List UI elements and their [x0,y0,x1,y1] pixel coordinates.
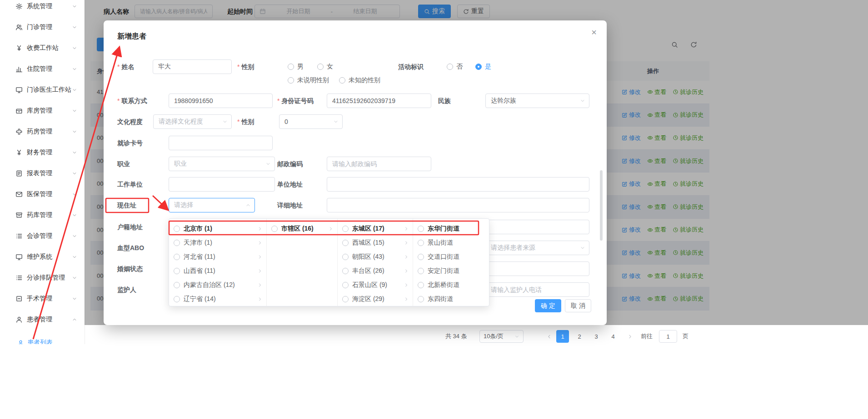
radio-icon[interactable] [342,268,349,274]
sidebar-item[interactable]: 维护系统 [0,246,85,267]
sidebar-item-label: 分诊排队管理 [27,274,72,282]
page-button[interactable]: 1 [556,330,569,343]
cascader-option[interactable]: 天津市 (1) [169,236,266,250]
ethnicity-select[interactable]: 达斡尔族 [485,94,589,108]
cascader-option-label: 山西省 (11) [184,267,254,275]
marital-row-input[interactable] [485,261,589,276]
patient-source-select[interactable]: 请选择患者来源 [485,241,589,255]
goto-page-input[interactable] [659,330,677,343]
sidebar-item[interactable]: 手术管理 [0,288,85,309]
radio-icon[interactable] [174,254,180,260]
radio-icon[interactable] [174,268,180,274]
cascader-option[interactable]: 东四街道 [413,292,489,306]
sidebar-item[interactable]: 门诊管理 [0,17,85,38]
unit-address-input[interactable] [327,177,589,192]
cascader-option[interactable]: 西城区 (15) [338,236,413,250]
page-button[interactable]: 3 [590,330,603,343]
contact-label: 联系方式 [117,94,147,108]
next-page-button[interactable] [624,330,636,343]
radio-icon[interactable] [342,282,349,288]
cascader-option[interactable]: 朝阳区 (43) [338,250,413,264]
cascader-option[interactable]: 东城区 (17) [338,222,413,236]
sidebar-item[interactable]: 报表管理 [0,163,85,184]
radio-icon[interactable] [342,296,349,302]
radio-icon[interactable] [271,226,278,232]
page-button[interactable]: 2 [573,330,586,343]
confirm-button[interactable]: 确 定 [535,299,561,312]
gender-radio-female[interactable]: 女 [317,59,333,74]
cascader-option[interactable]: 北新桥街道 [413,278,489,292]
cascader-option[interactable]: 河北省 (11) [169,250,266,264]
radio-icon[interactable] [174,282,180,288]
sidebar-item[interactable]: 住院管理 [0,59,85,79]
cascader-option[interactable]: 山西省 (11) [169,264,266,278]
radio-icon[interactable] [418,226,424,232]
chevron-right-icon [257,296,263,302]
radio-icon[interactable] [342,226,349,232]
gender-radio-male[interactable]: 男 [288,59,304,74]
radio-icon[interactable] [174,296,180,302]
cascader-option[interactable]: 市辖区 (16) [267,222,337,236]
cascader-column: 北京市 (1)天津市 (1)河北省 (11)山西省 (11)内蒙古自治区 (12… [169,219,267,306]
radio-icon[interactable] [174,226,180,232]
cascader-option-label: 交道口街道 [428,253,485,261]
sidebar-item[interactable]: 收费工作站 [0,38,85,59]
radio-icon[interactable] [174,240,180,246]
contact-input[interactable] [169,94,273,108]
sidebar-item[interactable]: 系统管理 [0,0,85,17]
education-select[interactable]: 请选择文化程度 [153,114,232,129]
gender2-select[interactable]: 0 [279,114,343,129]
sidebar-item[interactable]: 财务管理 [0,142,85,163]
sidebar-item[interactable]: 药库管理 [0,205,85,226]
sidebar-item[interactable]: 分诊排队管理 [0,267,85,288]
cascader-option[interactable]: 北京市 (1) [169,222,266,236]
sidebar-item-patient-list[interactable]: 患者列表 [0,334,53,344]
radio-icon[interactable] [418,296,424,302]
cascader-option[interactable]: 内蒙古自治区 (12) [169,278,266,292]
detail-address-input[interactable] [327,198,589,212]
cascader-option[interactable]: 东华门街道 [413,222,489,236]
page-button[interactable]: 4 [607,330,619,343]
guardian-phone-input[interactable] [485,282,589,297]
active-flag-radio-yes[interactable]: 是 [475,59,491,74]
radio-icon [317,64,324,70]
cascader-option[interactable]: 丰台区 (26) [338,264,413,278]
occupation-label: 职业 [117,157,130,171]
dialog-scrollbar[interactable] [600,170,603,241]
radio-icon[interactable] [418,254,424,260]
close-icon[interactable]: × [589,27,599,38]
radio-icon[interactable] [418,282,424,288]
active-flag-radio-no[interactable]: 否 [447,59,463,74]
current-address-select[interactable]: 请选择 [169,198,255,212]
cancel-button[interactable]: 取 消 [565,299,591,312]
sidebar-item[interactable]: 患者管理 [0,309,85,330]
gender-radio-unknown[interactable]: 未知的性别 [339,73,380,88]
sidebar-item[interactable]: 库房管理 [0,100,85,121]
cascader-option[interactable]: 石景山区 (9) [338,278,413,292]
sidebar-item[interactable]: 门诊医生工作站 [0,79,85,100]
name-input[interactable] [153,59,232,74]
page-size-select[interactable]: 10条/页 [479,330,524,343]
sidebar-item[interactable]: 会诊管理 [0,226,85,246]
occupation-select[interactable]: 职业 [169,157,275,171]
radio-icon[interactable] [342,254,349,260]
radio-icon[interactable] [342,240,349,246]
prev-page-button[interactable] [543,330,555,343]
cascader-option[interactable]: 景山街道 [413,236,489,250]
radio-icon[interactable] [418,268,424,274]
cascader-option-label: 河北省 (11) [184,253,254,261]
cascader-option[interactable]: 交道口街道 [413,250,489,264]
radio-icon[interactable] [418,240,424,246]
work-unit-input[interactable] [169,177,275,192]
postal-code-input[interactable] [327,157,431,171]
cascader-option[interactable]: 海淀区 (29) [338,292,413,306]
archive-icon [15,212,23,219]
sidebar-item[interactable]: 医保管理 [0,184,85,205]
sidebar-item[interactable]: 药房管理 [0,121,85,142]
id-number-input[interactable] [327,94,431,108]
monitor-icon [15,86,23,94]
cascader-option[interactable]: 安定门街道 [413,264,489,278]
cascader-option[interactable]: 辽宁省 (14) [169,292,266,306]
visit-card-input[interactable] [169,136,273,150]
gender-radio-unstated[interactable]: 未说明性别 [288,73,329,88]
